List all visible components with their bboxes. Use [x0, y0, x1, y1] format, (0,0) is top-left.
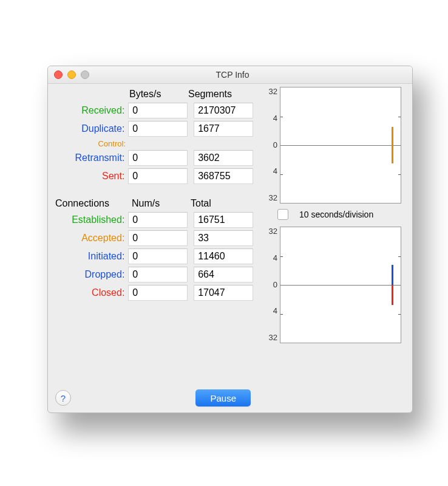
ytick: 4: [273, 114, 277, 123]
sent-rate-field[interactable]: 0: [128, 168, 188, 184]
label-closed: Closed:: [53, 287, 128, 298]
red-spike-icon: [392, 285, 393, 305]
label-retransmit: Retransmit:: [53, 152, 128, 163]
dropped-total-field[interactable]: 664: [194, 267, 253, 282]
header-segments: Segments: [188, 89, 247, 100]
closed-total-field[interactable]: 17047: [194, 285, 253, 301]
blue-spike-icon: [392, 265, 393, 285]
ytick: 0: [273, 140, 277, 149]
closed-rate-field[interactable]: 0: [128, 285, 188, 301]
help-icon[interactable]: ?: [55, 390, 71, 406]
ytick: 32: [269, 227, 277, 236]
chart-caption: 10 seconds/division: [299, 210, 373, 219]
received-segments-field[interactable]: 2170307: [194, 103, 253, 118]
ytick: 4: [273, 253, 277, 262]
label-established: Established:: [53, 214, 128, 225]
ytick: 0: [273, 280, 277, 289]
window-title: TCP Info: [59, 70, 406, 80]
dropped-rate-field[interactable]: 0: [128, 267, 188, 282]
initiated-total-field[interactable]: 11460: [194, 248, 253, 264]
label-received: Received:: [53, 105, 128, 116]
duplicate-segments-field[interactable]: 1677: [194, 121, 253, 137]
label-sent: Sent:: [53, 171, 128, 182]
header-total: Total: [191, 198, 249, 209]
header-connections: Connections: [53, 198, 132, 209]
label-duplicate: Duplicate:: [53, 123, 128, 134]
ytick: 32: [269, 193, 277, 202]
established-rate-field[interactable]: 0: [128, 212, 188, 228]
received-rate-field[interactable]: 0: [128, 103, 188, 118]
chart-scale-checkbox[interactable]: [277, 209, 288, 220]
header-bytes-per-sec: Bytes/s: [129, 89, 188, 100]
titlebar[interactable]: TCP Info: [48, 66, 412, 84]
sent-segments-field[interactable]: 368755: [194, 168, 253, 184]
retransmit-rate-field[interactable]: 0: [128, 150, 188, 166]
ytick: 4: [273, 166, 277, 176]
label-dropped: Dropped:: [53, 269, 128, 280]
header-num-per-sec: Num/s: [132, 198, 191, 209]
duplicate-rate-field[interactable]: 0: [128, 121, 188, 137]
initiated-rate-field[interactable]: 0: [128, 248, 188, 264]
accepted-rate-field[interactable]: 0: [128, 230, 188, 246]
label-control: Control:: [53, 139, 129, 148]
ytick: 32: [269, 333, 277, 342]
ytick: 32: [269, 87, 277, 96]
pause-button[interactable]: Pause: [195, 389, 251, 406]
label-initiated: Initiated:: [53, 251, 128, 262]
label-accepted: Accepted:: [53, 233, 128, 244]
app-window: TCP Info Bytes/s Segments Received: 0 21…: [47, 66, 413, 413]
upper-chart: 32 4 0 4 32: [262, 87, 401, 202]
established-total-field[interactable]: 16751: [194, 212, 253, 228]
lower-chart: 32 4 0 4 32: [262, 227, 401, 342]
retransmit-segments-field[interactable]: 3602: [194, 150, 253, 166]
accepted-total-field[interactable]: 33: [194, 230, 253, 246]
orange-spike-icon: [392, 127, 393, 163]
ytick: 4: [273, 306, 277, 315]
